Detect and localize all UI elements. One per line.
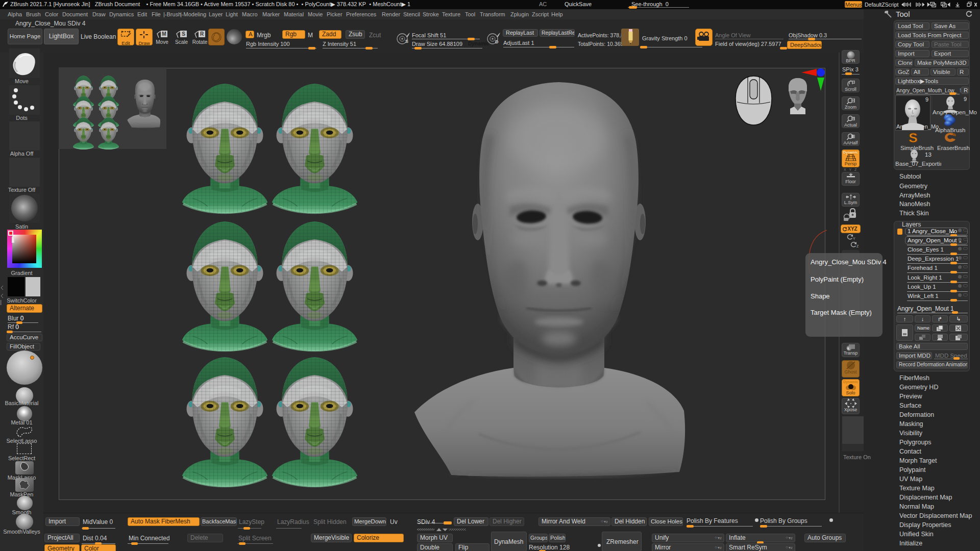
svg-text:S: S [182,31,185,37]
svg-text:Z: Z [856,244,859,248]
svg-text:Y: Y [853,237,855,240]
svg-text:D: D [495,39,499,44]
svg-text:S: S [405,39,408,44]
svg-text:R: R [200,31,204,37]
svg-text:M: M [162,31,166,37]
svg-text:S: S [909,132,917,145]
